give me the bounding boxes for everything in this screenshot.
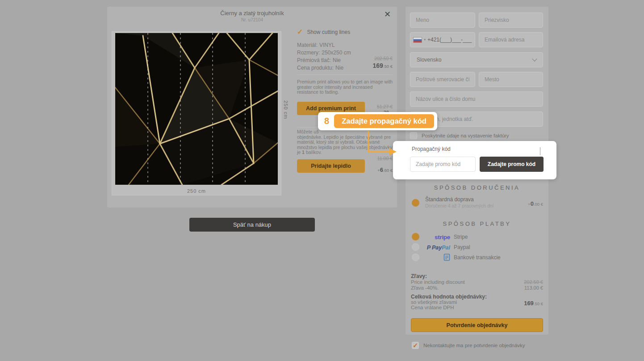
stripe-label: Stripe (454, 234, 468, 240)
delivery-heading: SPÔSOB DORUČENIA (406, 184, 548, 191)
no-contact-checkbox[interactable]: ✓ Nekontaktujte ma pre potvrdenie objedn… (412, 342, 525, 349)
tour-step-number: 8 (324, 116, 329, 126)
country-value: Slovensko (417, 57, 441, 63)
apply-promo-button[interactable]: Zadajte promo kód (480, 157, 544, 172)
detail-label: Prémiová tlač: (297, 57, 331, 63)
stripe-radio[interactable] (412, 233, 419, 241)
shipping-option-label: Štandardná doprava (425, 196, 474, 203)
chevron-down-icon (532, 56, 537, 61)
discounts-heading: Zľavy: (411, 273, 427, 279)
slovakia-flag-icon[interactable] (413, 37, 422, 43)
tour-tooltip: 8 Zadajte propagačný kód (318, 112, 437, 130)
product-sku: Nr. u72104 (107, 17, 397, 22)
promo-code-input[interactable] (410, 157, 476, 172)
checkbox-icon[interactable] (410, 132, 417, 139)
confirm-order-button[interactable]: Potvrdenie objednávky (411, 318, 543, 332)
street-input[interactable] (410, 91, 543, 107)
chevron-up-icon[interactable] (540, 147, 540, 155)
last-name-input[interactable] (479, 12, 543, 28)
payment-option-stripe[interactable]: stripe Stripe (406, 233, 548, 242)
shipping-option-sub: Doručenie 4 až 7 pracovných dní (425, 203, 494, 208)
checkmark-icon: ✓ (297, 28, 303, 36)
stripe-logo: stripe (425, 233, 450, 241)
add-glue-button[interactable]: Pridajte lepidlo (297, 159, 365, 173)
discount-row1-price: 202.50 € (524, 279, 543, 285)
product-image (115, 33, 278, 185)
detail-value: VINYL (319, 42, 335, 48)
paypal-label: Paypal (454, 244, 470, 250)
detail-label: Materiál: (297, 42, 318, 48)
detail-value: Nie (335, 65, 343, 71)
discount-row2-price: 113.00 € (524, 285, 543, 290)
back-to-shopping-button[interactable]: Späť na nákup (189, 218, 315, 232)
premium-price-old: 51.27 € (377, 104, 393, 109)
zip-input[interactable] (410, 72, 475, 87)
glue-price: +6.60 € (377, 166, 393, 174)
first-name-input[interactable] (410, 12, 475, 28)
cutting-lines-label: Show cutting lines (307, 29, 350, 35)
promo-section-label: Propagačný kód (412, 146, 451, 152)
payment-heading: SPÔSOB PLATBY (406, 220, 548, 227)
no-contact-label: Nekontaktujte ma pre potvrdenie objednáv… (423, 343, 525, 348)
product-price: 169.50 € (373, 62, 393, 70)
discount-row2-label: Zľava -40%. (411, 285, 439, 290)
premium-print-description: Premium print allows you to get an image… (297, 79, 393, 95)
bank-radio[interactable] (412, 253, 419, 261)
order-total-heading: Celková hodnota objednávky: (411, 294, 487, 300)
email-input[interactable] (479, 32, 543, 47)
bank-label: Bankové transakcie (454, 254, 501, 261)
invoice-checkbox-label: Poskytnite údaje na vystavenie faktúry (422, 133, 509, 138)
checkout-page: Čierny a zlatý trojuholník Nr. u72104 ✕ (0, 0, 644, 361)
cutting-lines-checkbox[interactable]: ✓ Show cutting lines (297, 28, 350, 36)
product-image-card: 250 cm (112, 31, 281, 195)
product-modal: Čierny a zlatý trojuholník Nr. u72104 ✕ (107, 7, 397, 207)
payment-option-bank[interactable]: Bankové transakcie (406, 253, 548, 262)
city-input[interactable] (479, 72, 543, 87)
product-price-old: 202.50 € (374, 56, 393, 61)
detail-value: 250x250 cm (322, 50, 351, 56)
paypal-logo: P PayPal (425, 243, 450, 251)
product-details: Materiál:VINYL Rozmery:250x250 cm Prémio… (297, 41, 353, 72)
product-title: Čierny a zlatý trojuholník (107, 10, 397, 17)
bank-transfer-icon (425, 253, 450, 263)
order-total-price: 169.50 € (524, 299, 543, 307)
shipping-price: +0.00 € (528, 199, 543, 207)
phone-number-field[interactable] (427, 37, 472, 43)
paypal-radio[interactable] (412, 243, 419, 251)
close-icon[interactable]: ✕ (384, 10, 391, 18)
tour-tooltip-label: Zadajte propagačný kód (334, 114, 434, 128)
flag-caret-icon: ▾ (424, 38, 426, 41)
promo-code-section: Propagačný kód Zadajte promo kód (393, 141, 556, 179)
tour-arrow (364, 130, 399, 158)
image-height-label: 250 cm (283, 100, 289, 119)
order-total-sub1: so všetkými zľavami (411, 299, 457, 305)
phone-input[interactable]: ▾ (410, 32, 475, 47)
shipping-radio[interactable] (412, 199, 419, 207)
discount-row1-label: Price including discount (411, 279, 465, 285)
detail-label: Cena produktu: (297, 65, 334, 71)
payment-option-paypal[interactable]: P PayPal Paypal (406, 243, 548, 252)
divider (297, 75, 393, 75)
order-total-sub2: Cena vrátane DPH (411, 305, 454, 310)
invoice-checkbox[interactable]: Poskytnite údaje na vystavenie faktúry (410, 132, 509, 139)
image-width-label: 250 cm (112, 188, 281, 194)
country-select[interactable]: Slovensko (410, 52, 543, 67)
detail-label: Rozmery: (297, 50, 320, 56)
checkbox-icon[interactable]: ✓ (412, 342, 419, 349)
detail-value: Nie (333, 57, 341, 63)
